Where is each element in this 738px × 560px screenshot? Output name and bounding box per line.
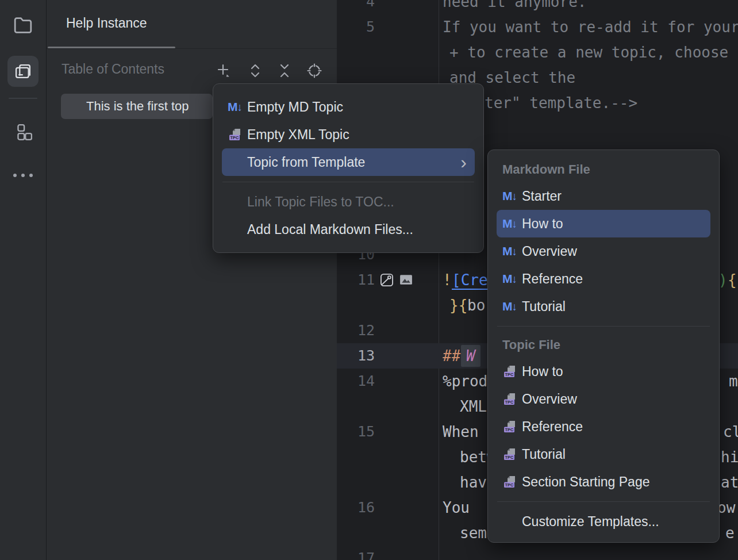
- code-segment: e: [725, 520, 735, 546]
- code-segment: If you want to re-add it for your: [443, 14, 738, 40]
- topic-file-icon: TPC: [502, 419, 522, 434]
- menu-item-label: Empty XML Topic: [247, 127, 349, 143]
- add-topic-button[interactable]: [216, 62, 233, 79]
- code-segment: W: [461, 345, 481, 367]
- code-segment: ow: [717, 495, 735, 520]
- menu-item-customize-templates[interactable]: Customize Templates...: [497, 508, 710, 535]
- collapse-all-icon: [276, 62, 293, 79]
- menu-item-how-to[interactable]: M↓How to: [497, 210, 710, 237]
- line-number: 12: [337, 318, 375, 343]
- menu-item-tutorial[interactable]: TPCTutorial: [497, 440, 710, 468]
- menu-item-empty-xml-topic[interactable]: TPCEmpty XML Topic: [222, 121, 475, 148]
- line-number: 17: [337, 546, 375, 560]
- image-thumbnail-icon[interactable]: [399, 273, 413, 287]
- menu-item-label: How to: [522, 216, 563, 232]
- line-number: 16: [337, 495, 375, 520]
- menu-item-label: Empty MD Topic: [247, 99, 343, 115]
- line-number: 5: [337, 14, 375, 40]
- writerside-tool-button[interactable]: [7, 56, 39, 87]
- code-segment: ): [718, 267, 728, 293]
- menu-item-overview[interactable]: M↓Overview: [497, 237, 710, 265]
- menu-item-label: Add Local Markdown Files...: [247, 222, 413, 237]
- svg-text:TPC: TPC: [505, 455, 514, 460]
- svg-text:TPC: TPC: [505, 400, 514, 405]
- editor-line: 5If you want to re-add it for your: [337, 14, 738, 40]
- menu-item-reference[interactable]: M↓Reference: [497, 265, 710, 293]
- menu-item-label: Link Topic Files to TOC...: [247, 194, 394, 210]
- plus-dropdown-icon: [216, 62, 233, 79]
- menu-section-header-topic-file: Topic File: [497, 332, 710, 358]
- menu-item-label: Starter: [522, 189, 562, 204]
- menu-item-link-topic-files-to-toc: Link Topic Files to TOC...: [222, 188, 475, 216]
- menu-item-overview[interactable]: TPCOverview: [497, 385, 710, 413]
- tool-window-tabbar: Help Instance: [47, 0, 337, 49]
- markdown-file-icon: M↓: [228, 100, 247, 114]
- menu-item-label: Customize Templates...: [522, 514, 659, 530]
- menu-item-label: Overview: [522, 244, 577, 259]
- editor-line: + to create a new topic, choose t: [337, 40, 738, 65]
- code-segment: %prod: [443, 369, 487, 394]
- menu-item-topic-from-template[interactable]: Topic from Template›: [222, 148, 475, 176]
- code-segment: + to create a new topic, choose t: [449, 40, 738, 65]
- toc-item-selected[interactable]: This is the first top: [61, 94, 213, 119]
- menu-item-empty-md-topic[interactable]: M↓Empty MD Topic: [222, 93, 475, 121]
- topic-file-icon: TPC: [502, 392, 522, 406]
- svg-text:TPC: TPC: [505, 372, 514, 377]
- menu-item-label: Section Starting Page: [522, 474, 649, 490]
- code-segment: When: [443, 419, 479, 444]
- active-tab-underline: [48, 47, 175, 48]
- menu-item-label: How to: [522, 364, 563, 379]
- expand-all-button[interactable]: [247, 62, 264, 79]
- context-menu: M↓Empty MD TopicTPCEmpty XML TopicTopic …: [213, 83, 484, 253]
- menu-item-label: Tutorial: [522, 299, 566, 314]
- topic-file-icon: TPC: [502, 474, 522, 489]
- menu-item-tutorial[interactable]: M↓Tutorial: [497, 293, 710, 320]
- editor-line: 4need it anymore.: [337, 0, 738, 14]
- menu-item-label: Overview: [522, 392, 577, 407]
- structure-icon: [14, 123, 32, 141]
- activity-bar: [0, 0, 47, 560]
- code-segment: at: [721, 470, 738, 495]
- code-segment: You: [443, 495, 470, 520]
- menu-item-label: Reference: [522, 271, 583, 287]
- code-segment: ##: [443, 343, 460, 369]
- markdown-file-icon: M↓: [502, 300, 522, 313]
- menu-item-starter[interactable]: M↓Starter: [497, 182, 710, 210]
- topic-file-icon: TPC: [228, 127, 247, 142]
- template-submenu: Markdown FileM↓StarterM↓How toM↓Overview…: [487, 149, 720, 543]
- menu-item-add-local-markdown-files[interactable]: Add Local Markdown Files...: [222, 216, 475, 243]
- menu-item-reference[interactable]: TPCReference: [497, 413, 710, 440]
- code-segment: }{: [449, 293, 467, 318]
- image-preview-icon[interactable]: [379, 273, 394, 287]
- folder-icon: [13, 16, 33, 34]
- more-tools-button[interactable]: [7, 160, 39, 191]
- code-segment: {: [728, 267, 737, 293]
- code-segment: bo: [467, 293, 485, 318]
- menu-item-section-starting-page[interactable]: TPCSection Starting Page: [497, 468, 710, 496]
- topic-file-icon: TPC: [502, 447, 522, 462]
- code-segment: m: [729, 369, 738, 394]
- menu-item-label: Topic from Template: [247, 155, 365, 170]
- collapse-all-button[interactable]: [276, 62, 293, 79]
- code-segment: cl: [723, 419, 738, 444]
- code-segment: sem: [460, 520, 487, 546]
- editor-tabs-icon: [13, 62, 33, 81]
- toc-title: Table of Contents: [62, 49, 164, 89]
- svg-text:TPC: TPC: [230, 135, 240, 140]
- code-segment: !: [443, 267, 452, 293]
- markdown-file-icon: M↓: [502, 189, 522, 203]
- structure-tool-button[interactable]: [7, 117, 39, 148]
- line-number: 11: [337, 267, 375, 293]
- locate-target-icon: [306, 62, 323, 79]
- menu-separator: [497, 326, 710, 327]
- code-segment: his: [721, 444, 738, 470]
- toc-item-label: This is the first top: [86, 94, 189, 119]
- locate-button[interactable]: [306, 62, 323, 79]
- code-segment: need it anymore.: [443, 0, 586, 14]
- code-segment: ter" template.-->: [485, 90, 637, 116]
- markdown-file-icon: M↓: [502, 217, 522, 231]
- project-tool-button[interactable]: [7, 10, 39, 41]
- menu-item-how-to[interactable]: TPCHow to: [497, 358, 710, 385]
- tab-help-instance[interactable]: Help Instance: [66, 0, 147, 47]
- topic-file-icon: TPC: [502, 364, 522, 379]
